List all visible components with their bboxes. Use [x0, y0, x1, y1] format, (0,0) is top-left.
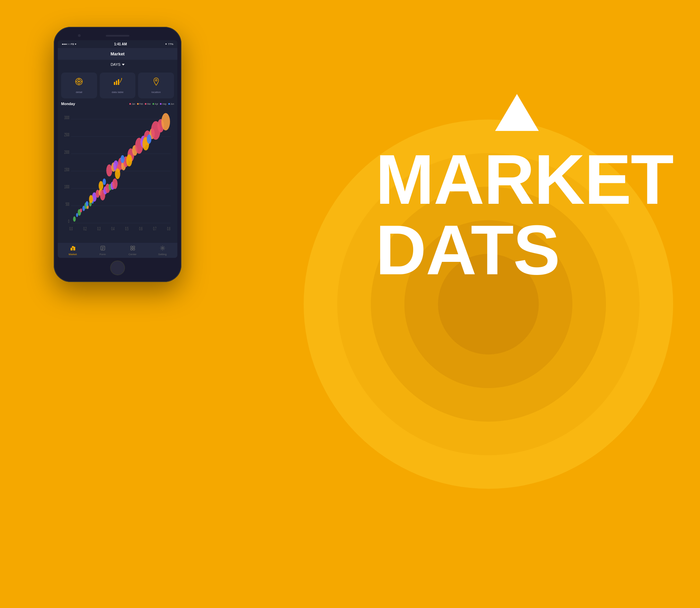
- svg-text:1000: 1000: [64, 184, 69, 189]
- market-tab-label: Market: [69, 253, 77, 256]
- svg-text:0.2: 0.2: [83, 226, 87, 231]
- market-tab-icon: [70, 245, 76, 252]
- svg-text:3000: 3000: [64, 115, 69, 120]
- svg-point-11: [155, 80, 157, 81]
- status-bar: ●●●○○ FB ▾ 1:41 AM ✦ 77%: [58, 40, 177, 48]
- time-display: 1:41 AM: [114, 42, 127, 46]
- svg-text:2500: 2500: [64, 132, 69, 137]
- svg-text:0.7: 0.7: [153, 226, 156, 231]
- svg-point-37: [80, 208, 82, 212]
- legend-jan: Jan: [129, 103, 135, 105]
- location-pin-icon: [152, 77, 161, 88]
- phone-bottom: [58, 258, 177, 278]
- svg-point-67: [161, 113, 170, 131]
- svg-point-69: [99, 181, 104, 190]
- detail-label: detail: [76, 91, 82, 94]
- triangle-icon: [495, 94, 539, 138]
- svg-point-76: [147, 134, 151, 144]
- brand-line2: DATS: [375, 215, 673, 285]
- phone-mockup: ●●●○○ FB ▾ 1:41 AM ✦ 77% Market DAYS: [54, 27, 181, 282]
- location-card[interactable]: location: [138, 73, 174, 98]
- days-selector[interactable]: DAYS: [58, 60, 177, 69]
- chart-legend: Jan Feb Mar Apr: [129, 103, 174, 105]
- phone-screen: ●●●○○ FB ▾ 1:41 AM ✦ 77% Market DAYS: [58, 40, 177, 258]
- setting-tab-icon: [160, 245, 165, 252]
- svg-point-2: [78, 81, 80, 82]
- tab-setting[interactable]: Setting: [147, 243, 177, 258]
- dropdown-arrow-icon: [122, 64, 125, 65]
- setting-tab-label: Setting: [158, 253, 167, 256]
- tab-form[interactable]: Form: [88, 243, 117, 258]
- signal-status: ●●●○○ FB ▾: [62, 43, 76, 46]
- svg-text:500: 500: [66, 202, 70, 207]
- chart-title: Monday: [61, 102, 75, 106]
- tab-market[interactable]: Market: [58, 243, 88, 258]
- chart-section: Monday Jan Feb Mar: [58, 102, 177, 242]
- form-tab-label: Form: [99, 253, 106, 256]
- phone-camera: [78, 34, 80, 37]
- legend-may: may: [160, 103, 166, 105]
- days-label: DAYS: [111, 62, 120, 66]
- svg-rect-84: [131, 246, 132, 248]
- svg-text:2000: 2000: [64, 149, 69, 154]
- svg-point-75: [121, 155, 125, 163]
- brand-text: MARKET DATS: [375, 144, 673, 285]
- svg-rect-7: [114, 82, 115, 85]
- target-icon: [75, 77, 83, 88]
- svg-point-70: [115, 169, 120, 179]
- home-button[interactable]: [110, 261, 125, 275]
- data-table-card[interactable]: data table: [100, 73, 136, 98]
- tab-bar: Market Form: [58, 242, 177, 258]
- svg-text:0.3: 0.3: [97, 226, 101, 231]
- svg-text:0.5: 0.5: [125, 226, 129, 231]
- svg-text:0.0: 0.0: [70, 226, 73, 231]
- svg-point-10: [121, 78, 122, 79]
- svg-rect-86: [131, 248, 132, 250]
- svg-text:0.8: 0.8: [167, 226, 170, 231]
- battery-status: ✦ 77%: [165, 43, 173, 46]
- svg-point-68: [89, 195, 93, 203]
- feature-cards: detail data table: [58, 69, 177, 102]
- center-tab-label: Center: [128, 253, 136, 256]
- location-label: location: [151, 91, 161, 94]
- svg-point-71: [126, 154, 132, 167]
- form-tab-icon: [100, 245, 106, 252]
- svg-point-88: [162, 247, 163, 249]
- svg-rect-79: [72, 246, 74, 248]
- svg-text:1500: 1500: [64, 167, 69, 172]
- status-left: ●●●○○ FB ▾: [62, 43, 76, 46]
- svg-text:0.4: 0.4: [111, 226, 114, 231]
- tab-center[interactable]: Center: [117, 243, 147, 258]
- svg-text:0.6: 0.6: [139, 226, 143, 231]
- svg-point-73: [86, 201, 88, 207]
- legend-feb: Feb: [137, 103, 143, 105]
- svg-rect-87: [133, 248, 135, 250]
- svg-text:0: 0: [68, 219, 70, 224]
- chart-bar-icon: [113, 77, 122, 88]
- data-table-label: data table: [111, 91, 123, 94]
- brand-line1: MARKET: [375, 144, 673, 215]
- svg-rect-8: [116, 80, 117, 85]
- status-right: ✦ 77%: [165, 43, 173, 46]
- svg-rect-9: [118, 79, 119, 85]
- phone-speaker: [106, 35, 129, 37]
- legend-apr: Apr: [152, 103, 158, 105]
- legend-jun: Jun: [168, 103, 174, 105]
- detail-card[interactable]: detail: [61, 73, 97, 98]
- navigation-bar: Market: [58, 48, 177, 60]
- svg-rect-85: [133, 246, 135, 248]
- center-tab-icon: [130, 245, 135, 252]
- svg-point-35: [76, 213, 78, 217]
- bubble-chart: 3000 2500 2000 1500 1000 500 0 0.0 0.2 0…: [61, 107, 174, 240]
- svg-point-74: [103, 178, 106, 185]
- chart-svg: 3000 2500 2000 1500 1000 500 0 0.0 0.2 0…: [61, 107, 174, 240]
- svg-rect-77: [71, 248, 73, 250]
- legend-mar: Mar: [145, 103, 151, 105]
- nav-title: Market: [61, 51, 174, 56]
- svg-point-51: [112, 178, 117, 189]
- svg-point-34: [73, 216, 76, 222]
